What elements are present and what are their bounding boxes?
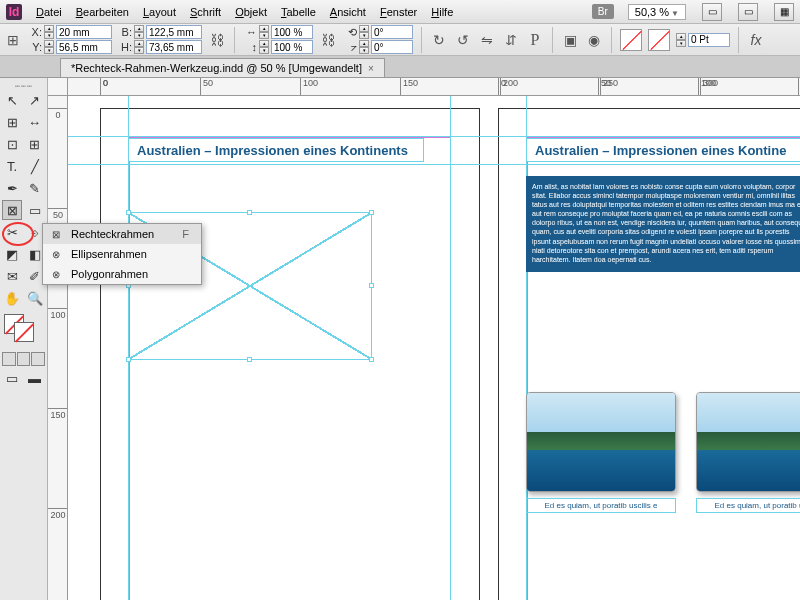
rotate-cw-icon[interactable]: ↻ — [430, 27, 448, 53]
normal-view-icon[interactable]: ▭ — [2, 368, 22, 388]
menu-table[interactable]: Tabelle — [281, 6, 316, 18]
direct-selection-tool[interactable]: ↗ — [25, 90, 45, 110]
title-frame-left[interactable]: Australien – Impressionen eines Kontinen… — [128, 138, 424, 162]
canvas[interactable]: Australien – Impressionen eines Kontinen… — [68, 96, 800, 600]
close-tab-icon[interactable]: × — [368, 63, 374, 74]
bridge-button[interactable]: Br — [592, 4, 614, 19]
control-panel: ⊞ X:▴▾ Y:▴▾ B:▴▾ H:▴▾ ⛓ ↔▴▾ ↕▴▾ ⛓ ⟲▴▾ ⦢▴… — [0, 24, 800, 56]
fill-stroke-swap[interactable] — [2, 314, 45, 346]
type-tool[interactable]: T. — [2, 156, 22, 176]
line-tool[interactable]: ╱ — [25, 156, 45, 176]
frame-tool-flyout: ⊠RechteckrahmenF ⊗Ellipsenrahmen ⊗Polygo… — [42, 223, 202, 285]
body-text-frame[interactable]: Am alist, as nobitat lam volores es nobi… — [526, 176, 800, 272]
image-frame-2[interactable] — [696, 392, 800, 492]
title-frame-right[interactable]: Australien – Impressionen eines Kontine — [526, 138, 800, 162]
flyout-polygon-frame[interactable]: ⊗Polygonrahmen — [43, 264, 201, 284]
constrain2-icon[interactable]: ⛓ — [319, 27, 337, 53]
hand-tool[interactable]: ✋ — [2, 288, 22, 308]
menu-file[interactable]: Datei — [36, 6, 62, 18]
h-input[interactable] — [146, 40, 202, 54]
screen-mode-icon[interactable]: ▭ — [738, 3, 758, 21]
zoom-tool[interactable]: 🔍 — [25, 288, 45, 308]
pencil-tool[interactable]: ✎ — [25, 178, 45, 198]
rectangle-frame-tool[interactable]: ⊠ — [2, 200, 22, 220]
polygon-frame-icon: ⊗ — [49, 267, 63, 281]
gap-tool[interactable]: ↔ — [25, 112, 45, 132]
scalex-input[interactable] — [271, 25, 313, 39]
select-content-icon[interactable]: ◉ — [585, 27, 603, 53]
rotate-input[interactable] — [371, 25, 413, 39]
shear-input[interactable] — [371, 40, 413, 54]
flyout-ellipse-frame[interactable]: ⊗Ellipsenrahmen — [43, 244, 201, 264]
w-input[interactable] — [146, 25, 202, 39]
stroke-weight-input[interactable] — [688, 33, 730, 47]
guide[interactable] — [68, 136, 800, 137]
rectangle-tool[interactable]: ▭ — [25, 200, 45, 220]
vertical-ruler[interactable]: 050100150200 — [48, 96, 68, 600]
document-tab[interactable]: *Rechteck-Rahmen-Werkzeug.indd @ 50 % [U… — [60, 58, 385, 77]
margin-guide — [129, 137, 451, 600]
panel-grip[interactable]: ┅┅┅ — [2, 82, 45, 88]
p-icon[interactable]: P — [526, 27, 544, 53]
note-tool[interactable]: ✉ — [2, 266, 22, 286]
image-frame-1[interactable] — [526, 392, 676, 492]
arrange-icon[interactable]: ▦ — [774, 3, 794, 21]
menu-window[interactable]: Fenster — [380, 6, 417, 18]
tools-panel: ┅┅┅ ↖ ↗ ⊞ ↔ ⊡ ⊞ T. ╱ ✒ ✎ ⊠ ▭ ✂ ⟐ ◩ ◧ ✉ ✐… — [0, 78, 48, 600]
scaley-input[interactable] — [271, 40, 313, 54]
menu-bar: Id Datei Bearbeiten Layout Schrift Objek… — [0, 0, 800, 24]
menu-help[interactable]: Hilfe — [431, 6, 453, 18]
menu-view[interactable]: Ansicht — [330, 6, 366, 18]
select-container-icon[interactable]: ▣ — [561, 27, 579, 53]
selection-tool[interactable]: ↖ — [2, 90, 22, 110]
scissors-tool[interactable]: ✂ — [2, 222, 22, 242]
horizontal-ruler[interactable]: 5000501001502002503003500501001502002503… — [68, 78, 800, 96]
x-input[interactable] — [56, 25, 112, 39]
pen-tool[interactable]: ✒ — [2, 178, 22, 198]
preview-view-icon[interactable]: ▬ — [25, 368, 45, 388]
gradient-swatch-tool[interactable]: ◩ — [2, 244, 22, 264]
menu-object[interactable]: Objekt — [235, 6, 267, 18]
color-mode-switches[interactable] — [2, 352, 45, 366]
flip-h-icon[interactable]: ⇋ — [478, 27, 496, 53]
reference-point-icon[interactable]: ⊞ — [4, 27, 22, 53]
zoom-level[interactable]: 50,3 %▼ — [628, 4, 686, 20]
page-tool[interactable]: ⊞ — [2, 112, 22, 132]
content-placer-tool[interactable]: ⊞ — [25, 134, 45, 154]
caption-1[interactable]: Ed es quiam, ut poratib uscilis e — [526, 498, 676, 513]
document-tab-bar: *Rechteck-Rahmen-Werkzeug.indd @ 50 % [U… — [0, 56, 800, 78]
guide[interactable] — [526, 96, 527, 600]
guide[interactable] — [68, 164, 800, 165]
fill-swatch[interactable] — [620, 29, 642, 51]
content-collector-tool[interactable]: ⊡ — [2, 134, 22, 154]
stroke-swatch[interactable] — [648, 29, 670, 51]
menu-edit[interactable]: Bearbeiten — [76, 6, 129, 18]
guide[interactable] — [450, 96, 451, 600]
y-input[interactable] — [56, 40, 112, 54]
caption-2[interactable]: Ed es quiam, ut poratib uscilis e — [696, 498, 800, 513]
fx-icon[interactable]: fx — [747, 27, 765, 53]
ellipse-frame-icon: ⊗ — [49, 247, 63, 261]
app-logo: Id — [6, 4, 22, 20]
view-mode-icon[interactable]: ▭ — [702, 3, 722, 21]
rect-frame-icon: ⊠ — [49, 227, 63, 241]
menu-layout[interactable]: Layout — [143, 6, 176, 18]
ruler-origin[interactable] — [48, 78, 68, 96]
constrain-icon[interactable]: ⛓ — [208, 27, 226, 53]
flyout-rectangle-frame[interactable]: ⊠RechteckrahmenF — [43, 224, 201, 244]
menu-type[interactable]: Schrift — [190, 6, 221, 18]
rotate-ccw-icon[interactable]: ↺ — [454, 27, 472, 53]
flip-v-icon[interactable]: ⇵ — [502, 27, 520, 53]
